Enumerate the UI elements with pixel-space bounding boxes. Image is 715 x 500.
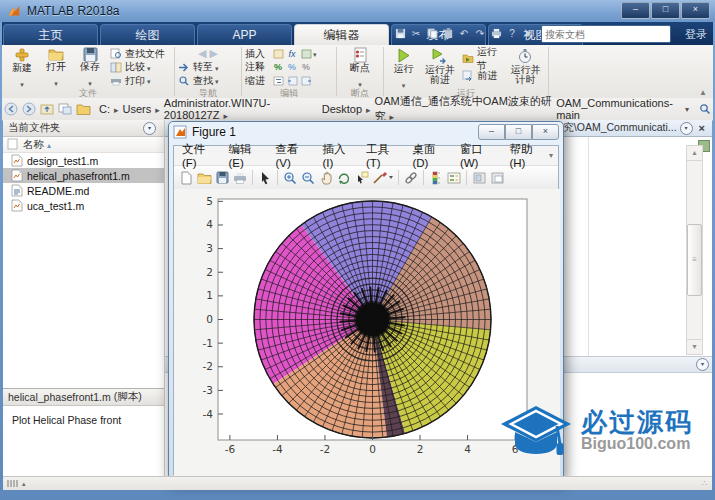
tab-apps[interactable]: APP [197,24,292,45]
undo-icon[interactable]: ↶ [457,27,471,41]
run-button[interactable]: 运行 [388,47,419,87]
indent-right-icon[interactable] [286,75,298,86]
nav-back-forward[interactable]: ◀ ▶ [178,47,238,60]
menu-window[interactable]: 窗口(W) [452,142,502,169]
paste-icon[interactable] [441,27,455,41]
uncomment-icon[interactable]: % [286,62,298,73]
insert-colorbar-icon[interactable] [427,169,445,186]
indent-left-icon[interactable] [300,75,312,86]
figure-restore-button[interactable]: □ [505,124,532,140]
file-row-selected[interactable]: helical_phasefront1.m [3,168,164,183]
breadcrumb-segment[interactable]: C: [97,103,121,115]
tab-home[interactable]: 主页 [3,24,98,45]
find-files-button[interactable]: 查找文件 [110,47,165,60]
statusbar-grip-icon[interactable] [7,480,9,487]
breadcrumb-segment[interactable]: Administrator.WIN7U-20180127Z [162,97,320,121]
breadcrumb-segment[interactable]: Users [121,103,162,115]
menu-view[interactable]: 查看(V) [268,142,315,169]
insert-section-icon[interactable] [272,48,284,59]
breadcrumb-segment[interactable]: Desktop [320,103,373,115]
back-icon[interactable] [4,102,18,116]
insert-legend-icon[interactable] [445,169,463,186]
statusbar-expand-icon[interactable]: ▴ [22,480,26,488]
new-button[interactable]: 新建 [6,47,38,87]
forward-icon[interactable] [22,102,36,116]
compare-button[interactable]: 比较 [110,61,165,74]
tab-editor[interactable]: 编辑器 [294,24,389,45]
search-input[interactable] [542,29,680,40]
insert-function-icon[interactable]: fx [286,48,298,59]
close-button[interactable]: × [681,2,710,19]
up-folder-icon[interactable] [40,103,54,115]
panel-menu-icon[interactable]: ▾ [143,122,156,135]
help-icon[interactable]: ? [505,27,519,41]
subpanel-actions-icon[interactable]: ▾ [696,358,709,371]
menu-help[interactable]: 帮助(H) [501,142,549,169]
zoom-in-icon[interactable] [281,169,299,186]
resize-grip-icon[interactable]: ∴ [702,479,708,488]
panel-close-icon[interactable]: × [699,122,705,134]
cut-icon[interactable]: ✂ [409,27,423,41]
run-time-button[interactable]: 运行并计时 [507,47,544,87]
cursor-arrow-icon[interactable] [256,169,274,186]
tab-plots[interactable]: 绘图 [100,24,195,45]
smart-indent-icon[interactable] [272,75,284,86]
print-figure-icon[interactable] [231,169,249,186]
figure-close-button[interactable]: × [532,124,559,140]
insert-block-icon[interactable] [300,48,312,59]
column-header-name[interactable]: 名称 [3,137,164,153]
breakpoints-button[interactable]: 断点 [344,47,376,87]
editor-scrollbar[interactable]: ▲ ▼ [686,145,703,355]
save-button[interactable]: 保存 [74,47,106,87]
new-figure-icon[interactable] [177,169,195,186]
figure-minimize-button[interactable]: – [478,124,505,140]
save-figure-icon[interactable] [213,169,231,186]
find-button[interactable]: 查找 [178,74,238,87]
ribbon-collapse-icon[interactable]: ▲ [699,88,707,97]
figure-titlebar[interactable]: Figure 1 – □ × [169,122,563,142]
comment-icon[interactable]: % [272,62,284,73]
insert-row[interactable]: 插入 fx [245,47,333,60]
file-row[interactable]: README.md [3,183,164,198]
menu-edit[interactable]: 编辑(E) [220,142,267,169]
folder-search-icon[interactable] [699,103,711,115]
data-cursor-icon[interactable] [353,169,371,186]
comment-row[interactable]: 注释 % % % [245,61,333,74]
details-header[interactable]: helical_phasefront1.m (脚本) [3,389,164,406]
zoom-out-icon[interactable] [299,169,317,186]
file-row[interactable]: uca_test1.m [3,198,164,213]
restore-button[interactable]: □ [651,2,680,19]
open-button[interactable]: 打开 [40,47,72,87]
link-plots-icon[interactable] [402,169,420,186]
save-icon[interactable] [393,27,407,41]
file-row[interactable]: design_test1.m [3,153,164,168]
back-icon[interactable]: ◀ [198,47,206,60]
print-button[interactable]: 打印 [110,74,165,87]
minimize-button[interactable]: – [621,2,650,19]
run-section-button[interactable]: 运行节 [462,52,506,65]
current-folder-header[interactable]: 当前文件夹 ▾ [3,120,164,137]
copy-icon[interactable] [425,27,439,41]
run-advance-button[interactable]: 运行并前进 [421,47,458,87]
goto-button[interactable]: 转至 [178,61,238,74]
breadcrumb-dropdown-icon[interactable]: ▾ [685,105,689,114]
rotate-3d-icon[interactable] [335,169,353,186]
menu-file[interactable]: 文件(F) [174,142,220,169]
browse-icon[interactable] [58,103,72,115]
scroll-down-icon[interactable]: ▼ [687,339,702,354]
dropdown-icon[interactable]: ▾ [521,27,535,41]
hide-plot-tools-icon[interactable] [470,169,488,186]
forward-icon[interactable]: ▶ [210,47,218,60]
breadcrumb-segment[interactable]: OAM_Communications-main [554,97,685,121]
advance-button[interactable]: 前进 [462,69,506,82]
login-link[interactable]: 登录 [685,27,707,42]
brush-icon[interactable] [371,169,395,186]
scroll-up-icon[interactable]: ▲ [687,146,702,161]
redo-icon[interactable]: ↷ [473,27,487,41]
open-file-icon[interactable] [195,169,213,186]
panel-actions-icon[interactable]: ▾ [680,122,693,135]
menu-insert[interactable]: 插入(I) [315,142,358,169]
menu-desktop[interactable]: 桌面(D) [404,142,452,169]
scrollbar-thumb[interactable] [687,224,702,296]
print-icon[interactable] [489,27,503,41]
